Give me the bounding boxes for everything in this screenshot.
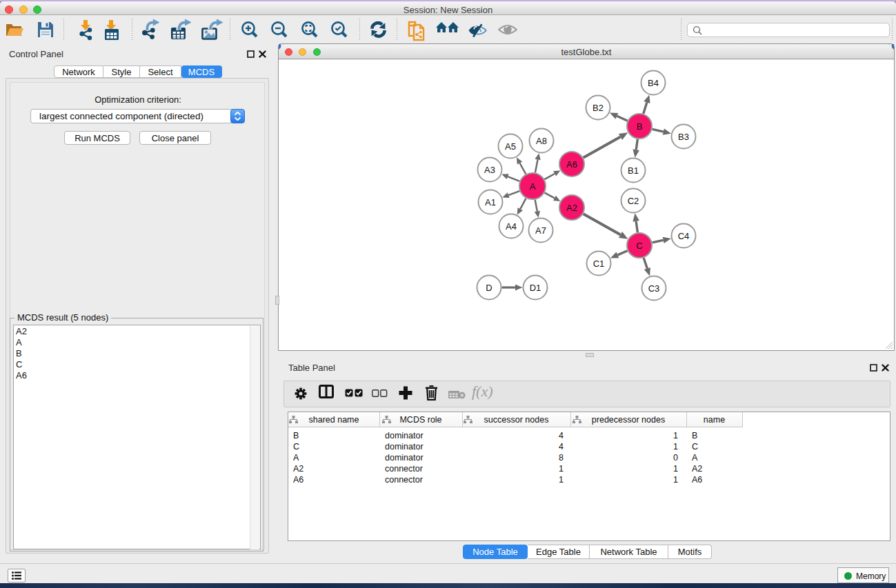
svg-text:B4: B4 [648,78,659,88]
svg-text:C: C [636,241,642,251]
svg-text:A8: A8 [536,136,547,146]
svg-text:B3: B3 [678,132,689,142]
svg-text:A3: A3 [484,165,495,175]
svg-text:A: A [530,181,536,192]
svg-text:A2: A2 [566,203,577,213]
svg-text:D1: D1 [530,283,541,293]
svg-text:B: B [637,121,643,132]
svg-text:C1: C1 [593,258,605,269]
svg-text:B1: B1 [628,165,639,176]
svg-text:A4: A4 [506,221,517,232]
svg-text:A7: A7 [535,225,546,236]
svg-text:A5: A5 [505,141,516,152]
svg-text:D: D [486,283,492,293]
svg-text:A6: A6 [566,159,577,170]
svg-text:C3: C3 [648,283,660,294]
svg-text:A1: A1 [485,197,496,207]
svg-text:C2: C2 [628,196,639,206]
svg-text:C4: C4 [678,231,690,241]
svg-text:B2: B2 [593,103,604,113]
